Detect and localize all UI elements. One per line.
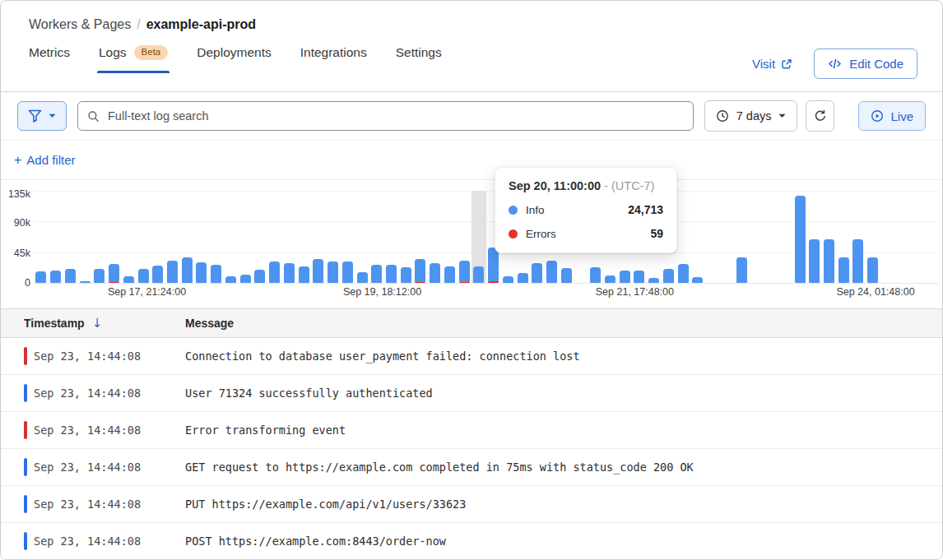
chart-bar[interactable] [194, 191, 209, 283]
chart-bar[interactable] [924, 191, 939, 283]
tab-logs[interactable]: Logs Beta [99, 45, 168, 73]
chart-bar[interactable] [443, 191, 458, 283]
table-row[interactable]: Sep 23, 14:44:08Connection to database u… [1, 338, 942, 375]
search-icon [87, 110, 100, 123]
tooltip-time: Sep 20, 11:00:00 [509, 179, 601, 192]
add-filter-link[interactable]: + Add filter [14, 153, 76, 168]
refresh-button[interactable] [806, 100, 834, 132]
chart-bar[interactable] [792, 191, 807, 283]
filter-button[interactable] [17, 101, 67, 131]
log-timestamp: Sep 23, 14:44:08 [34, 498, 185, 511]
chart-bar[interactable] [165, 191, 180, 283]
search-box[interactable] [77, 101, 694, 131]
chart-bar[interactable] [398, 191, 413, 283]
chart-bar[interactable] [720, 191, 735, 283]
y-axis-tick: 135k [1, 188, 30, 200]
chart-bar[interactable] [472, 191, 486, 283]
chart-bar[interactable] [253, 191, 267, 283]
chart-bar[interactable] [690, 191, 705, 283]
breadcrumb: Workers & Pages / example-api-prod [29, 1, 914, 32]
chart-bar[interactable] [77, 191, 92, 283]
chevron-down-icon [778, 113, 786, 118]
tab-metrics[interactable]: Metrics [29, 45, 70, 73]
info-dot-icon [509, 206, 518, 215]
chart-bar[interactable] [764, 191, 778, 283]
log-level-indicator [24, 421, 27, 439]
chart-bar[interactable] [909, 191, 924, 283]
chart-bar[interactable] [49, 191, 63, 283]
chart-bar[interactable] [179, 191, 194, 283]
chart-bar[interactable] [107, 191, 122, 283]
chart-bar[interactable] [151, 191, 165, 283]
chart-bar[interactable] [224, 191, 239, 283]
add-filter-row: + Add filter [1, 141, 942, 180]
chart-bar[interactable] [749, 191, 764, 283]
log-table-body: Sep 23, 14:44:08Connection to database u… [1, 338, 942, 560]
visit-link[interactable]: Visit [752, 57, 792, 71]
column-header-timestamp[interactable]: Timestamp ↓ [1, 316, 185, 331]
chart-bar[interactable] [866, 191, 880, 283]
chart-bar[interactable] [355, 191, 369, 283]
external-link-icon [781, 58, 792, 70]
search-input[interactable] [106, 109, 684, 123]
chart-bar[interactable] [778, 191, 792, 283]
chart-bar[interactable] [311, 191, 326, 283]
time-range-label: 7 days [736, 109, 772, 123]
table-row[interactable]: Sep 23, 14:44:08GET request to https://e… [1, 449, 942, 486]
chart-bar[interactable] [894, 191, 909, 283]
table-row[interactable]: Sep 23, 14:44:08PUT https://example.com/… [1, 486, 942, 523]
code-icon [828, 58, 842, 70]
chart-bar[interactable] [705, 191, 720, 283]
log-message: POST https://example.com:8443/order-now [185, 535, 446, 548]
chart-bar[interactable] [34, 191, 49, 283]
chart-bar[interactable] [807, 191, 822, 283]
chart-bar[interactable] [121, 191, 136, 283]
chart-bar[interactable] [267, 191, 282, 283]
live-button[interactable]: Live [858, 101, 926, 131]
log-level-indicator [24, 384, 27, 402]
table-row[interactable]: Sep 23, 14:44:08POST https://example.com… [1, 523, 942, 560]
chart-bar[interactable] [676, 191, 690, 283]
chart-bar[interactable] [63, 191, 77, 283]
tab-settings[interactable]: Settings [396, 45, 442, 73]
chart-bar[interactable] [413, 191, 428, 283]
table-row[interactable]: Sep 23, 14:44:08Error transforming event [1, 412, 942, 449]
chart-plot[interactable]: Sep 17, 21:24:00Sep 19, 18:12:00Sep 21, … [34, 191, 939, 283]
filter-funnel-icon [28, 109, 42, 123]
header-actions: Visit Edit Code [752, 49, 917, 79]
chart-bar[interactable] [281, 191, 296, 283]
chart-bar[interactable] [880, 191, 895, 283]
chart-bar[interactable] [296, 191, 311, 283]
chart-bar[interactable] [457, 191, 472, 283]
tab-integrations[interactable]: Integrations [300, 45, 367, 73]
chart-bar[interactable] [340, 191, 355, 283]
chart-bar[interactable] [136, 191, 151, 283]
chart-bar[interactable] [369, 191, 384, 283]
chart-bar[interactable] [384, 191, 399, 283]
live-label: Live [890, 109, 913, 123]
time-range-dropdown[interactable]: 7 days [704, 100, 798, 132]
chart-bar[interactable] [92, 191, 107, 283]
chart-bar[interactable] [238, 191, 253, 283]
errors-dot-icon [509, 229, 518, 238]
visit-label: Visit [752, 57, 775, 71]
log-message: GET request to https://example.com compl… [185, 460, 694, 474]
log-timestamp: Sep 23, 14:44:08 [34, 460, 185, 474]
log-message: PUT https://example.com/api/v1/users/336… [185, 498, 466, 511]
refresh-icon [814, 109, 827, 123]
table-row[interactable]: Sep 23, 14:44:08User 71324 successfully … [1, 375, 942, 412]
chart-bar[interactable] [734, 191, 749, 283]
chart-bar[interactable] [822, 191, 837, 283]
breadcrumb-workers-pages[interactable]: Workers & Pages [29, 17, 131, 32]
chart-bar[interactable] [428, 191, 443, 283]
log-level-indicator [24, 347, 27, 365]
chart-bar[interactable] [326, 191, 341, 283]
tooltip-errors-row: Errors 59 [509, 227, 663, 240]
chart-bar[interactable] [851, 191, 866, 283]
tab-deployments[interactable]: Deployments [197, 45, 271, 73]
tooltip-title: Sep 20, 11:00:00 - (UTC-7) [509, 179, 663, 192]
chart-bar[interactable] [836, 191, 851, 283]
edit-code-button[interactable]: Edit Code [814, 49, 917, 79]
header: Workers & Pages / example-api-prod Metri… [1, 1, 942, 92]
chart-bar[interactable] [209, 191, 224, 283]
